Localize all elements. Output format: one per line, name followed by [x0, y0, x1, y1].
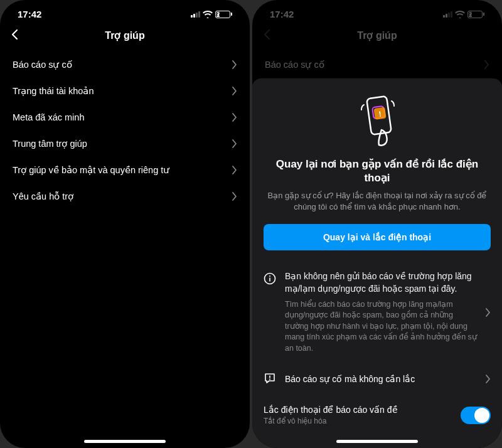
chevron-right-icon — [486, 375, 491, 383]
report-bubble-icon — [264, 372, 276, 387]
row-report-without-shake[interactable]: Báo cáo sự cố mà không cần lắc — [264, 361, 491, 396]
chevron-right-icon — [484, 60, 489, 69]
svg-rect-7 — [269, 376, 270, 378]
back-button[interactable] — [11, 29, 18, 43]
shake-phone-icon: ! — [355, 92, 399, 149]
status-bar: 17:42 27 — [0, 0, 250, 23]
signal-icon — [191, 11, 200, 18]
home-indicator[interactable] — [336, 440, 418, 443]
menu-item-support-request[interactable]: Yêu cầu hỗ trợ — [13, 183, 237, 210]
row-label: Báo cáo sự cố mà không cần lắc — [285, 374, 477, 384]
page-title: Trợ giúp — [105, 29, 144, 41]
signal-icon — [443, 11, 452, 18]
toggle-sublabel: Tắt để vô hiệu hóa — [264, 417, 461, 425]
chevron-right-icon — [232, 166, 237, 174]
sheet-title: Quay lại nơi bạn gặp vấn đề rồi lắc điện… — [264, 157, 491, 185]
chevron-right-icon — [232, 139, 237, 148]
menu-item-privacy-help[interactable]: Trợ giúp về bảo mật và quyền riêng tư — [13, 157, 237, 183]
chevron-left-icon — [264, 29, 270, 40]
illustration: ! — [264, 92, 491, 149]
wifi-icon — [455, 11, 465, 18]
menu-item-report-problem[interactable]: Báo cáo sự cố — [13, 51, 237, 78]
menu-item-meta-verified[interactable]: Meta đã xác minh — [13, 104, 237, 131]
sheet-description: Bạn gặp sự cố ư? Hãy lắc điện thoại tại … — [264, 190, 491, 213]
row-shake-to-report-toggle: Lắc điện thoại để báo cáo vấn đề Tắt để … — [264, 396, 491, 425]
menu-label: Trạng thái tài khoản — [13, 86, 94, 96]
page-title: Trợ giúp — [357, 29, 397, 41]
status-time: 17:42 — [18, 9, 41, 19]
status-right: 27 — [443, 11, 484, 18]
status-right: 27 — [191, 11, 232, 18]
menu-label: Báo cáo sự cố — [13, 60, 72, 70]
battery-icon: 27 — [467, 11, 484, 18]
menu-item-account-status[interactable]: Trạng thái tài khoản — [13, 78, 237, 104]
nav-header: Trợ giúp — [0, 23, 250, 51]
menu-item-help-center[interactable]: Trung tâm trợ giúp — [13, 131, 237, 157]
toggle-label: Lắc điện thoại để báo cáo vấn đề — [264, 405, 461, 415]
chevron-right-icon — [486, 308, 491, 317]
menu-label: Trợ giúp về bảo mật và quyền riêng tư — [13, 165, 169, 175]
menu-list: Báo cáo sự cố Trạng thái tài khoản Meta … — [0, 51, 250, 210]
phone-screen-right: 17:42 27 Trợ giúp Báo cáo sự cố Trạng th… — [252, 0, 502, 448]
info-icon — [264, 272, 276, 287]
wifi-icon — [203, 11, 213, 18]
svg-point-5 — [269, 275, 270, 277]
chevron-left-icon — [11, 29, 18, 40]
menu-label: Yêu cầu hỗ trợ — [13, 191, 73, 201]
bottom-sheet: ! Quay lại nơi bạn gặp vấn đề rồi lắc đi… — [252, 78, 502, 448]
menu-label: Trung tâm trợ giúp — [13, 139, 87, 149]
info-title: Bạn không nên gửi báo cáo về trường hợp … — [285, 270, 477, 295]
nav-header: Trợ giúp — [252, 23, 502, 51]
menu-item-report-problem: Báo cáo sự cố — [265, 51, 489, 78]
info-row-abuse-report[interactable]: Bạn không nên gửi báo cáo về trường hợp … — [264, 263, 491, 361]
battery-icon: 27 — [215, 11, 232, 18]
home-indicator[interactable] — [84, 440, 166, 443]
chevron-right-icon — [232, 87, 237, 95]
chevron-right-icon — [232, 192, 237, 201]
status-time: 17:42 — [270, 9, 294, 19]
shake-toggle[interactable] — [461, 407, 491, 424]
phone-screen-left: 17:42 27 Trợ giúp Báo cáo sự cố Trạng th… — [0, 0, 250, 448]
chevron-right-icon — [232, 60, 237, 69]
info-subtitle: Tìm hiểu cách báo cáo trường hợp lăng mạ… — [285, 299, 477, 355]
status-bar: 17:42 27 — [252, 0, 502, 23]
chevron-right-icon — [232, 113, 237, 122]
svg-rect-6 — [269, 278, 270, 282]
back-button — [264, 29, 270, 43]
menu-label: Meta đã xác minh — [13, 112, 84, 122]
go-back-and-shake-button[interactable]: Quay lại và lắc điện thoại — [264, 224, 491, 250]
menu-label: Báo cáo sự cố — [265, 60, 324, 70]
svg-point-8 — [269, 379, 270, 380]
